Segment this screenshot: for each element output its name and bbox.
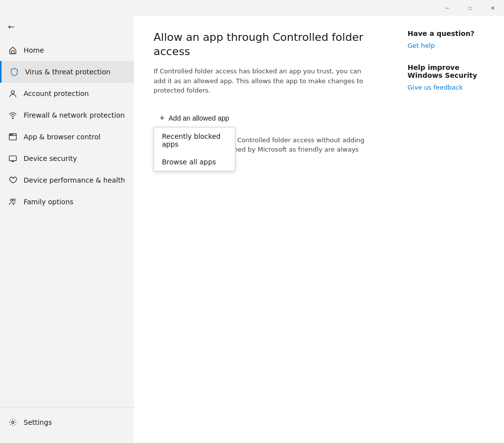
home-icon	[8, 45, 18, 55]
maximize-button[interactable]: □	[459, 0, 481, 16]
page-title: Allow an app through Controlled folder a…	[154, 31, 376, 59]
sidebar-item-family[interactable]: Family options	[0, 191, 134, 213]
minimize-button[interactable]: ─	[436, 0, 459, 16]
svg-point-1	[11, 91, 14, 94]
sidebar-item-device-security[interactable]: Device security	[0, 148, 134, 169]
titlebar: ─ □ ✕	[0, 0, 504, 16]
sidebar-item-virus-label: Virus & threat protection	[25, 68, 110, 76]
sidebar-item-settings[interactable]: Settings	[0, 411, 134, 433]
back-button[interactable]: ←	[0, 16, 134, 37]
help-improve-title: Help improve Windows Security	[408, 63, 492, 79]
sidebar-item-firewall-label: Firewall & network protection	[24, 111, 125, 119]
add-btn-container: + Add an allowed app Recently blocked ap…	[154, 109, 235, 127]
browse-all-apps-item[interactable]: Browse all apps	[154, 153, 235, 171]
add-allowed-app-button[interactable]: + Add an allowed app	[154, 109, 235, 127]
help-improve-section: Help improve Windows Security Give us fe…	[408, 63, 492, 92]
have-question-title: Have a question?	[408, 30, 492, 37]
gear-icon	[8, 417, 18, 427]
sidebar-item-home-label: Home	[24, 46, 44, 54]
heart-icon	[8, 175, 18, 185]
page-description: If Controlled folder access has blocked …	[154, 66, 365, 95]
add-btn-label: Add an allowed app	[169, 114, 229, 122]
svg-point-12	[12, 421, 14, 424]
app-container: ← Home Virus & threat protection	[0, 16, 504, 443]
plus-icon: +	[159, 113, 165, 124]
sidebar: ← Home Virus & threat protection	[0, 16, 134, 443]
browser-icon	[8, 132, 18, 142]
sidebar-item-family-label: Family options	[24, 198, 73, 206]
svg-point-10	[10, 199, 13, 201]
svg-point-6	[11, 134, 12, 135]
svg-rect-7	[9, 156, 16, 161]
sidebar-item-app-browser-label: App & browser control	[24, 133, 100, 141]
sidebar-item-firewall[interactable]: Firewall & network protection	[0, 104, 134, 126]
content-area: Allow an app through Controlled folder a…	[134, 16, 396, 443]
main-content: Allow an app through Controlled folder a…	[134, 16, 504, 443]
wifi-icon	[8, 110, 18, 120]
sidebar-item-device-health[interactable]: Device performance & health	[0, 169, 134, 191]
sidebar-item-account-label: Account protection	[24, 90, 89, 97]
svg-point-5	[10, 134, 11, 135]
settings-label: Settings	[24, 418, 52, 426]
right-panel: Have a question? Get help Help improve W…	[396, 16, 504, 443]
get-help-link[interactable]: Get help	[408, 42, 435, 49]
close-button[interactable]: ✕	[481, 0, 504, 16]
sidebar-item-virus[interactable]: Virus & threat protection	[0, 61, 134, 83]
recently-blocked-apps-item[interactable]: Recently blocked apps	[154, 127, 235, 153]
give-feedback-link[interactable]: Give us feedback	[408, 84, 463, 91]
svg-rect-0	[11, 51, 14, 54]
have-question-section: Have a question? Get help	[408, 30, 492, 50]
sidebar-item-account[interactable]: Account protection	[0, 83, 134, 104]
svg-point-11	[13, 199, 15, 201]
shield-icon	[9, 67, 19, 77]
sidebar-item-home[interactable]: Home	[0, 39, 134, 61]
add-app-dropdown: Recently blocked apps Browse all apps	[154, 127, 235, 171]
back-icon: ←	[8, 22, 14, 32]
device-icon	[8, 154, 18, 163]
sidebar-bottom: Settings	[0, 407, 134, 433]
svg-point-2	[12, 118, 13, 119]
sidebar-item-device-security-label: Device security	[24, 155, 77, 162]
sidebar-item-device-health-label: Device performance & health	[24, 176, 125, 184]
person-icon	[8, 89, 18, 98]
family-icon	[8, 197, 18, 207]
sidebar-item-app-browser[interactable]: App & browser control	[0, 126, 134, 148]
